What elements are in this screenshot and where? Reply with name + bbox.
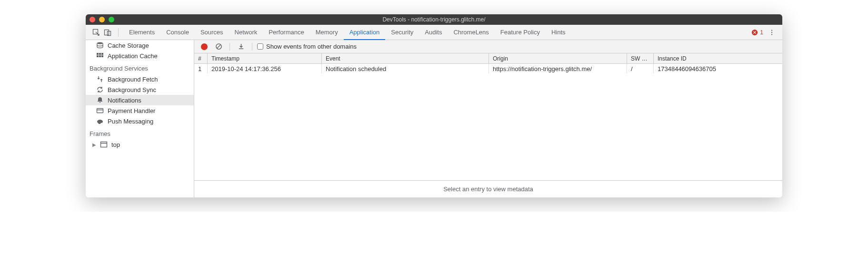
svg-rect-10	[101, 53, 103, 55]
save-button[interactable]	[235, 41, 247, 52]
tab-hints[interactable]: Hints	[546, 25, 571, 40]
table-body: 1 2019-10-24 14:17:36.256 Notification s…	[194, 64, 782, 181]
events-table: # Timestamp Event Origin SW … Instance I…	[194, 53, 782, 197]
tab-application[interactable]: Application	[344, 25, 386, 40]
checkbox-label: Show events from other domains	[266, 43, 357, 50]
tab-elements[interactable]: Elements	[123, 25, 160, 40]
checkbox-input[interactable]	[257, 43, 263, 50]
cell-sw-scope: /	[627, 64, 654, 73]
sidebar-label: Background Fetch	[108, 76, 158, 83]
svg-rect-11	[97, 55, 99, 57]
main-panel: Show events from other domains # Timesta…	[194, 40, 782, 197]
more-menu-icon[interactable]	[766, 27, 778, 38]
cell-number: 1	[194, 64, 208, 73]
cell-event: Notification scheduled	[322, 64, 489, 73]
inspect-icon[interactable]	[90, 27, 102, 38]
svg-point-7	[97, 42, 103, 44]
sidebar-item-top-frame[interactable]: ▶ top	[86, 139, 194, 150]
tab-performance[interactable]: Performance	[263, 25, 309, 40]
col-header-origin[interactable]: Origin	[489, 53, 627, 63]
sidebar-label: Notifications	[108, 97, 141, 104]
tab-bar: Elements Console Sources Network Perform…	[86, 25, 782, 40]
events-toolbar: Show events from other domains	[194, 40, 782, 53]
maximize-window-button[interactable]	[109, 17, 114, 22]
table-row[interactable]: 1 2019-10-24 14:17:36.256 Notification s…	[194, 64, 782, 73]
col-header-event[interactable]: Event	[322, 53, 489, 63]
svg-point-6	[771, 34, 772, 35]
titlebar: DevTools - notification-triggers.glitch.…	[86, 14, 782, 25]
traffic-lights	[90, 17, 114, 22]
tab-sources[interactable]: Sources	[195, 25, 229, 40]
device-toggle-icon[interactable]	[102, 27, 113, 38]
sidebar-label: Application Cache	[108, 52, 158, 60]
separator	[118, 28, 119, 37]
sidebar-group-background-services: Background Services	[86, 61, 194, 74]
svg-rect-1	[105, 30, 109, 35]
sidebar-item-background-sync[interactable]: Background Sync	[86, 84, 194, 95]
separator	[229, 43, 230, 51]
svg-rect-15	[101, 142, 107, 147]
svg-point-4	[771, 30, 772, 31]
cell-origin: https://notification-triggers.glitch.me/	[489, 64, 627, 73]
table-header: # Timestamp Event Origin SW … Instance I…	[194, 53, 782, 64]
record-button[interactable]	[198, 41, 210, 52]
col-header-number[interactable]: #	[194, 53, 208, 63]
sidebar-item-payment-handler[interactable]: Payment Handler	[86, 105, 194, 116]
col-header-sw-scope[interactable]: SW …	[627, 53, 654, 63]
cell-timestamp: 2019-10-24 14:17:36.256	[208, 64, 322, 73]
sidebar-item-background-fetch[interactable]: Background Fetch	[86, 74, 194, 84]
sidebar-group-frames: Frames	[86, 126, 194, 139]
sidebar-label: top	[111, 141, 120, 148]
cell-instance-id: 17348446094636705	[654, 64, 782, 73]
svg-rect-8	[97, 53, 99, 55]
sidebar-item-notifications[interactable]: Notifications	[86, 95, 194, 105]
tab-feature-policy[interactable]: Feature Policy	[495, 25, 546, 40]
svg-point-5	[771, 31, 772, 32]
sidebar-label: Background Sync	[108, 86, 156, 93]
svg-rect-9	[99, 53, 101, 55]
devtools-window: DevTools - notification-triggers.glitch.…	[86, 14, 782, 197]
disclosure-triangle-icon: ▶	[92, 142, 96, 147]
clear-button[interactable]	[212, 41, 225, 52]
svg-rect-12	[99, 55, 101, 57]
record-icon	[201, 43, 208, 50]
sidebar-item-push-messaging[interactable]: Push Messaging	[86, 116, 194, 126]
close-window-button[interactable]	[90, 17, 95, 22]
tab-memory[interactable]: Memory	[310, 25, 344, 40]
error-count: 1	[760, 29, 763, 36]
tab-console[interactable]: Console	[160, 25, 195, 40]
window-title: DevTools - notification-triggers.glitch.…	[382, 16, 485, 23]
sidebar-label: Cache Storage	[108, 42, 149, 49]
col-header-instance-id[interactable]: Instance ID	[654, 53, 782, 63]
svg-rect-14	[97, 109, 103, 113]
sidebar-label: Payment Handler	[108, 107, 155, 114]
tab-security[interactable]: Security	[385, 25, 419, 40]
sidebar-item-cache-storage[interactable]: Cache Storage	[86, 40, 194, 51]
svg-rect-13	[101, 55, 103, 57]
show-other-domains-checkbox[interactable]: Show events from other domains	[257, 43, 357, 50]
tab-audits[interactable]: Audits	[419, 25, 448, 40]
sidebar-item-application-cache[interactable]: Application Cache	[86, 51, 194, 61]
sidebar-label: Push Messaging	[108, 118, 153, 125]
minimize-window-button[interactable]	[99, 17, 105, 22]
error-badge[interactable]: 1	[751, 29, 763, 36]
tab-chromelens[interactable]: ChromeLens	[448, 25, 494, 40]
col-header-timestamp[interactable]: Timestamp	[208, 53, 322, 63]
tab-network[interactable]: Network	[229, 25, 263, 40]
metadata-placeholder: Select an entry to view metadata	[194, 181, 782, 197]
separator	[252, 43, 252, 51]
sidebar: Cache Storage Application Cache Backgrou…	[86, 40, 194, 197]
